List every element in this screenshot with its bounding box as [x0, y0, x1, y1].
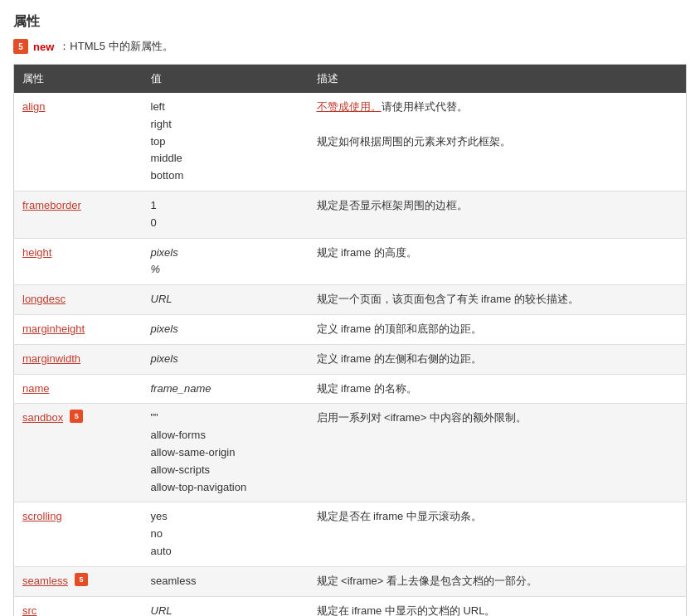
desc-cell: 启用一系列对 <iframe> 中内容的额外限制。 — [309, 404, 687, 502]
value-item: pixels — [151, 246, 178, 259]
html5-note-text: ：HTML5 中的新属性。 — [59, 39, 173, 54]
value-item: allow-forms — [151, 429, 206, 441]
desc-cell: 规定是否显示框架周围的边框。 — [309, 191, 687, 238]
value-item: 0 — [151, 216, 157, 229]
desc-cell: 规定 iframe 的高度。 — [309, 238, 687, 285]
table-header-row: 属性 值 描述 — [14, 65, 687, 94]
attr-link[interactable]: scrolling — [22, 508, 62, 526]
value-item: middle — [151, 152, 182, 164]
attr-link[interactable]: marginheight — [22, 321, 85, 338]
col-header-value: 值 — [143, 65, 309, 94]
table-row: alignleftrighttopmiddlebottom不赞成使用。请使用样式… — [14, 93, 687, 191]
value-item: URL — [151, 604, 173, 616]
value-item: top — [151, 135, 166, 148]
value-item: "" — [151, 411, 158, 424]
table-row: scrollingyesnoauto规定是否在 iframe 中显示滚动条。 — [14, 502, 687, 566]
value-item: 1 — [151, 199, 157, 211]
value-item: % — [151, 263, 161, 275]
table-row: longdescURL规定一个页面，该页面包含了有关 iframe 的较长描述。 — [14, 285, 687, 315]
value-item: left — [151, 100, 165, 113]
table-row: srcURL规定在 iframe 中显示的文档的 URL。 — [14, 596, 687, 616]
attr-link[interactable]: name — [22, 381, 50, 398]
value-item: URL — [151, 293, 173, 305]
deprecated-rest: 请使用样式代替。 — [382, 100, 468, 113]
value-item: allow-top-navigation — [151, 481, 247, 493]
new-label: new — [33, 41, 54, 53]
table-row: sandbox5""allow-formsallow-same-original… — [14, 404, 687, 502]
table-row: marginheightpixels定义 iframe 的顶部和底部的边距。 — [14, 314, 687, 344]
attributes-table: 属性 值 描述 alignleftrighttopmiddlebottom不赞成… — [13, 64, 687, 616]
value-item: bottom — [151, 169, 184, 182]
desc-cell: 规定 iframe 的名称。 — [309, 374, 687, 404]
value-item: no — [151, 527, 163, 540]
deprecated-text: 不赞成使用。 — [317, 100, 382, 113]
desc-cell: 规定在 iframe 中显示的文档的 URL。 — [309, 596, 687, 616]
value-item: allow-scripts — [151, 463, 211, 476]
attr-link[interactable]: marginwidth — [22, 351, 80, 368]
html5-inline-badge: 5 — [75, 573, 88, 586]
col-header-desc: 描述 — [309, 65, 687, 94]
table-row: heightpixels%规定 iframe 的高度。 — [14, 238, 687, 285]
attr-link[interactable]: src — [22, 603, 36, 616]
table-row: nameframe_name规定 iframe 的名称。 — [14, 374, 687, 404]
table-row: frameborder10规定是否显示框架周围的边框。 — [14, 191, 687, 238]
desc-cell: 定义 iframe 的顶部和底部的边距。 — [309, 314, 687, 344]
value-item: yes — [151, 510, 168, 522]
value-item: seamless — [151, 575, 197, 587]
table-row: seamless5seamless规定 <iframe> 看上去像是包含文档的一… — [14, 566, 687, 596]
value-item: frame_name — [151, 382, 211, 395]
value-item: right — [151, 118, 172, 130]
value-item: allow-same-origin — [151, 446, 236, 458]
desc-cell: 不赞成使用。请使用样式代替。规定如何根据周围的元素来对齐此框架。 — [309, 93, 687, 191]
desc-cell: 规定是否在 iframe 中显示滚动条。 — [309, 502, 687, 566]
value-item: pixels — [151, 352, 178, 365]
desc-cell: 定义 iframe 的左侧和右侧的边距。 — [309, 344, 687, 374]
attr-link[interactable]: frameborder — [22, 197, 81, 215]
value-item: pixels — [151, 323, 178, 335]
attr-link[interactable]: height — [22, 245, 51, 262]
attr-link[interactable]: longdesc — [22, 291, 66, 308]
col-header-attr: 属性 — [14, 65, 143, 94]
desc-cell: 规定一个页面，该页面包含了有关 iframe 的较长描述。 — [309, 285, 687, 315]
desc-extra: 规定如何根据周围的元素来对齐此框架。 — [317, 135, 511, 148]
page-title: 属性 — [13, 13, 687, 31]
attr-link[interactable]: seamless — [22, 573, 68, 590]
html5-note: 5 new ：HTML5 中的新属性。 — [13, 39, 687, 54]
html5-inline-badge: 5 — [70, 410, 83, 423]
attr-link[interactable]: align — [22, 99, 45, 116]
value-item: auto — [151, 545, 172, 557]
table-row: marginwidthpixels定义 iframe 的左侧和右侧的边距。 — [14, 344, 687, 374]
html5-badge-icon: 5 — [13, 39, 28, 54]
desc-cell: 规定 <iframe> 看上去像是包含文档的一部分。 — [309, 566, 687, 596]
attr-link[interactable]: sandbox — [22, 410, 63, 427]
